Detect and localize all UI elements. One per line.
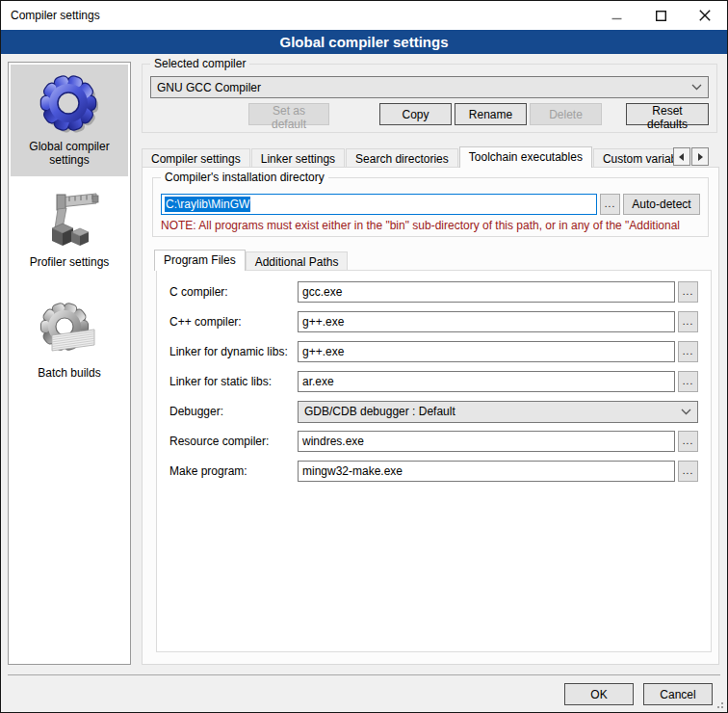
- linker-dynamic-row: Linker for dynamic libs: ...: [169, 341, 698, 362]
- compiler-settings-dialog: Compiler settings Global compiler settin…: [0, 0, 728, 713]
- debugger-value: GDB/CDB debugger : Default: [304, 405, 455, 418]
- delete-button[interactable]: Delete: [530, 103, 602, 125]
- close-icon: [699, 10, 711, 21]
- field-label: Debugger:: [169, 405, 298, 418]
- tab-scroll-left-button[interactable]: [673, 147, 690, 166]
- maximize-icon: [656, 11, 666, 21]
- resize-grip[interactable]: [715, 700, 724, 709]
- linker-dynamic-input[interactable]: [298, 341, 675, 362]
- selected-compiler-group: Selected compiler GNU GCC Compiler Set a…: [142, 64, 717, 133]
- sidebar-item-label: Batch builds: [13, 366, 126, 380]
- c-compiler-input[interactable]: [298, 281, 675, 303]
- set-as-default-button[interactable]: Set as default: [248, 103, 329, 125]
- footer-divider: [8, 674, 720, 675]
- tab-linker-settings[interactable]: Linker settings: [251, 148, 345, 168]
- tab-scroll-right-button[interactable]: [691, 147, 709, 166]
- debugger-select[interactable]: GDB/CDB debugger : Default: [298, 401, 698, 423]
- sidebar-item-profiler-settings[interactable]: Profiler settings: [11, 180, 128, 277]
- linker-static-input[interactable]: [298, 371, 675, 392]
- make-program-row: Make program: ...: [169, 461, 698, 482]
- copy-button[interactable]: Copy: [379, 103, 452, 125]
- rename-button[interactable]: Rename: [455, 103, 527, 125]
- close-button[interactable]: [683, 1, 727, 30]
- installation-directory-input[interactable]: C:\raylib\MinGW: [161, 194, 597, 215]
- reset-defaults-button[interactable]: Reset defaults: [626, 103, 709, 125]
- page-title: Global compiler settings: [1, 30, 727, 54]
- chevron-down-icon: [681, 409, 691, 415]
- browse-button[interactable]: ...: [678, 281, 698, 303]
- cancel-button[interactable]: Cancel: [643, 683, 713, 705]
- installation-directory-value: C:\raylib\MinGW: [165, 197, 250, 212]
- settings-tab-bar: Compiler settings Linker settings Search…: [142, 145, 719, 168]
- sidebar-item-label: Global compiler settings: [13, 140, 126, 168]
- installation-directory-group: Compiler's installation directory C:\ray…: [152, 177, 709, 237]
- c-compiler-row: C compiler: ...: [169, 281, 698, 303]
- field-label: Linker for dynamic libs:: [169, 345, 298, 358]
- browse-button[interactable]: ...: [678, 461, 698, 482]
- cpp-compiler-input[interactable]: [298, 311, 675, 332]
- browse-button[interactable]: ...: [678, 311, 698, 332]
- group-legend: Selected compiler: [150, 57, 249, 70]
- browse-directory-button[interactable]: ...: [600, 194, 620, 215]
- resource-compiler-row: Resource compiler: ...: [169, 431, 698, 452]
- blue-gear-icon: [39, 72, 100, 134]
- field-label: C++ compiler:: [169, 315, 298, 329]
- triangle-right-icon: [697, 153, 703, 161]
- tab-compiler-settings[interactable]: Compiler settings: [142, 148, 250, 168]
- group-legend: Compiler's installation directory: [161, 171, 328, 184]
- tab-search-directories[interactable]: Search directories: [346, 148, 458, 168]
- selected-compiler-value: GNU GCC Compiler: [157, 81, 261, 94]
- ok-button[interactable]: OK: [564, 683, 634, 705]
- resource-compiler-input[interactable]: [298, 431, 675, 452]
- minimize-button[interactable]: [594, 1, 638, 30]
- field-label: Resource compiler:: [169, 435, 298, 448]
- field-label: Make program:: [169, 464, 298, 478]
- subtab-additional-paths[interactable]: Additional Paths: [246, 251, 349, 270]
- linker-static-row: Linker for static libs: ...: [169, 371, 698, 392]
- subtab-program-files[interactable]: Program Files: [154, 250, 246, 271]
- chevron-down-icon: [691, 84, 702, 91]
- executables-subtab-bar: Program Files Additional Paths: [154, 249, 348, 270]
- triangle-left-icon: [679, 153, 685, 161]
- program-files-panel: C compiler: ... C++ compiler: ... Linker…: [156, 270, 712, 652]
- minimize-icon: [611, 11, 622, 21]
- debugger-row: Debugger: GDB/CDB debugger : Default: [169, 401, 698, 422]
- window-title: Compiler settings: [1, 9, 100, 22]
- caliper-icon: [39, 188, 100, 250]
- make-program-input[interactable]: [298, 461, 675, 482]
- field-label: Linker for static libs:: [169, 375, 298, 388]
- tab-custom-variables[interactable]: Custom variables: [593, 148, 677, 168]
- auto-detect-button[interactable]: Auto-detect: [623, 194, 700, 215]
- toolchain-executables-page: Compiler's installation directory C:\ray…: [142, 167, 719, 665]
- browse-button[interactable]: ...: [678, 341, 698, 362]
- gray-gear-stack-icon: [39, 299, 100, 360]
- maximize-button[interactable]: [638, 1, 683, 30]
- title-bar[interactable]: Compiler settings: [1, 1, 727, 30]
- sidebar-item-batch-builds[interactable]: Batch builds: [11, 291, 128, 388]
- browse-button[interactable]: ...: [678, 371, 698, 392]
- cpp-compiler-row: C++ compiler: ...: [169, 311, 698, 332]
- browse-button[interactable]: ...: [678, 431, 698, 452]
- field-label: C compiler:: [169, 285, 298, 299]
- installation-note: NOTE: All programs must exist either in …: [161, 219, 707, 232]
- settings-category-list: Global compiler settings: [8, 62, 131, 665]
- selected-compiler-select[interactable]: GNU GCC Compiler: [150, 76, 709, 98]
- tab-toolchain-executables[interactable]: Toolchain executables: [459, 146, 592, 168]
- sidebar-item-global-compiler-settings[interactable]: Global compiler settings: [11, 65, 128, 176]
- sidebar-item-label: Profiler settings: [13, 255, 126, 269]
